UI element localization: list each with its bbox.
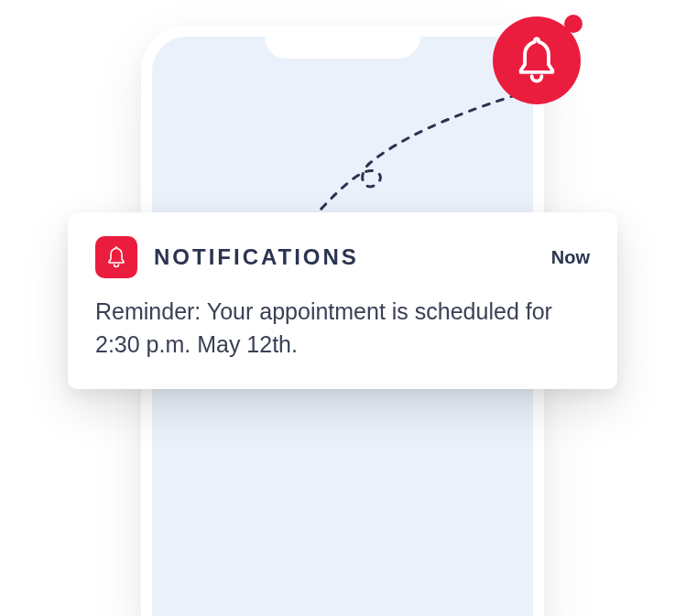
notification-app-name: NOTIFICATIONS [154, 244, 359, 270]
notification-bell-badge [493, 16, 581, 104]
notification-app-info: NOTIFICATIONS [95, 236, 359, 278]
notification-timestamp: Now [551, 247, 590, 268]
bell-icon [105, 245, 127, 269]
notification-card[interactable]: NOTIFICATIONS Now Reminder: Your appoint… [68, 212, 617, 389]
phone-notch [265, 26, 420, 59]
notification-header: NOTIFICATIONS Now [95, 236, 590, 278]
bell-icon [513, 35, 561, 86]
notification-app-icon [95, 236, 137, 278]
notification-indicator-dot [564, 15, 583, 33]
notification-body: Reminder: Your appointment is scheduled … [95, 295, 590, 362]
